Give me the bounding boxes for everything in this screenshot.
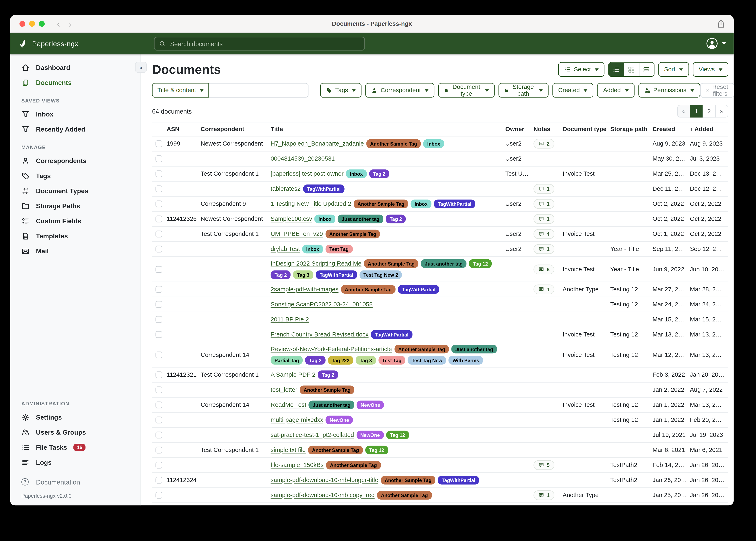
tag-chip[interactable]: Another Sample Tag [377, 491, 432, 500]
sidebar-item-inbox[interactable]: Inbox [10, 107, 140, 122]
filter-document-type-button[interactable]: Document type [438, 83, 495, 98]
document-link[interactable]: 1 Testing New Title Updated 2 [271, 201, 351, 208]
row-checkbox[interactable] [156, 492, 162, 499]
column-header-title[interactable]: Title [271, 126, 505, 133]
tag-chip[interactable]: Another Sample Tag [341, 285, 396, 293]
column-header-created[interactable]: Created [652, 126, 690, 133]
row-checkbox[interactable] [156, 186, 162, 192]
search-input[interactable] [169, 40, 360, 48]
document-link[interactable]: 0004814539_20230531 [271, 156, 335, 162]
row-checkbox[interactable] [156, 301, 162, 308]
notes-badge[interactable]: 1 [534, 199, 555, 209]
row-checkbox[interactable] [156, 316, 162, 323]
sidebar-item-users-groups[interactable]: Users & Groups [10, 425, 140, 440]
sidebar-item-templates[interactable]: Templates [10, 229, 140, 244]
row-checkbox[interactable] [156, 156, 162, 162]
tag-chip[interactable]: Test Tag [325, 245, 352, 254]
row-checkbox[interactable] [156, 201, 162, 208]
notes-badge[interactable]: 4 [534, 229, 555, 239]
tag-chip[interactable]: Just another tag [338, 215, 383, 223]
row-checkbox[interactable] [156, 331, 162, 338]
sidebar-collapse-button[interactable]: « [135, 62, 147, 73]
tag-chip[interactable]: Another Sample Tag [308, 446, 363, 454]
tag-chip[interactable]: NewOne [326, 416, 353, 424]
filter-storage-path-button[interactable]: Storage path [498, 83, 548, 98]
close-window-button[interactable] [19, 21, 25, 27]
column-header-asn[interactable]: ASN [167, 126, 201, 133]
tag-chip[interactable]: Tag 2 [271, 270, 291, 279]
tag-chip[interactable]: Tag 3 [293, 270, 313, 279]
row-checkbox[interactable] [156, 266, 162, 272]
zoom-window-button[interactable] [39, 21, 45, 27]
tag-chip[interactable]: Tag 12 [365, 446, 388, 454]
tag-chip[interactable]: Another Sample Tag [394, 345, 449, 353]
column-header-owner[interactable]: Owner [505, 126, 534, 133]
tag-chip[interactable]: Inbox [302, 245, 323, 254]
sidebar-item-settings[interactable]: Settings [10, 410, 140, 425]
tag-chip[interactable]: Tag 12 [386, 431, 409, 439]
tag-chip[interactable]: Another Sample Tag [325, 230, 380, 238]
sidebar-item-mail[interactable]: Mail [10, 244, 140, 259]
user-menu[interactable] [706, 37, 726, 50]
row-checkbox[interactable] [156, 231, 162, 238]
pagination-page-1[interactable]: 1 [690, 105, 703, 118]
document-link[interactable]: sample-pdf-download-10-mb-longer-title [271, 477, 378, 483]
tag-chip[interactable]: NewOne [357, 401, 384, 409]
document-link[interactable]: sat-practice-test-1_pt2-collated [271, 431, 354, 438]
pagination-page-2[interactable]: 2 [703, 105, 716, 118]
document-link[interactable]: Sample100.csv [271, 216, 312, 223]
column-header-added[interactable]: ↑Added [690, 126, 728, 133]
tag-chip[interactable]: Tag 222 [328, 356, 353, 364]
notes-badge[interactable]: 1 [534, 214, 555, 224]
notes-badge[interactable]: 1 [534, 284, 555, 294]
tag-chip[interactable]: NewOne [357, 431, 384, 439]
card-view-button[interactable] [639, 63, 654, 76]
row-checkbox[interactable] [156, 216, 162, 223]
tag-chip[interactable]: Tag 2 [318, 370, 338, 379]
filter-added-button[interactable]: Added [597, 83, 634, 98]
sidebar-item-storage-paths[interactable]: Storage Paths [10, 199, 140, 214]
tag-chip[interactable]: Just another tag [309, 401, 354, 409]
filter-created-button[interactable]: Created [552, 83, 593, 98]
tag-chip[interactable]: Another Sample Tag [326, 461, 381, 469]
sidebar-item-dashboard[interactable]: Dashboard [10, 60, 140, 75]
row-checkbox[interactable] [156, 171, 162, 177]
brand[interactable]: Paperless-ngx [10, 39, 78, 48]
grid-view-button[interactable] [624, 63, 639, 76]
document-link[interactable]: A Sample PDF 2 [271, 371, 316, 378]
tag-chip[interactable]: Tag 2 [386, 215, 406, 223]
sidebar-item-documentation[interactable]: ?Documentation [10, 475, 140, 490]
document-link[interactable]: test_letter [271, 386, 297, 393]
tag-chip[interactable]: Just another tag [421, 259, 467, 268]
tag-chip[interactable]: Inbox [315, 215, 335, 223]
row-checkbox[interactable] [156, 371, 162, 378]
pagination-prev-button[interactable]: « [677, 105, 691, 118]
document-link[interactable]: Sonstige ScanPC2022 03-24_081058 [271, 301, 373, 308]
row-checkbox[interactable] [156, 416, 162, 423]
sidebar-item-file-tasks[interactable]: File Tasks16 [10, 440, 140, 455]
notes-badge[interactable]: 5 [534, 460, 555, 470]
document-link[interactable]: French Country Bread Revised.docx [271, 331, 369, 338]
document-link[interactable]: file-sample_150kBs [271, 462, 324, 468]
tag-chip[interactable]: Another Sample Tag [366, 139, 421, 148]
filter-tags-button[interactable]: Tags [320, 83, 362, 98]
select-button[interactable]: Select [558, 62, 604, 77]
tag-chip[interactable]: Inbox [346, 170, 367, 178]
document-link[interactable]: UM_PPBE_en_v29 [271, 231, 323, 238]
tag-chip[interactable]: Another Sample Tag [381, 476, 435, 484]
document-link[interactable]: sample-pdf-download-10-mb copy_red [271, 492, 375, 499]
sidebar-item-document-types[interactable]: Document Types [10, 184, 140, 199]
document-link[interactable]: 2sample-pdf-with-images [271, 286, 339, 293]
document-link[interactable]: 2011 BP Pie 2 [271, 316, 309, 323]
title-content-input[interactable] [209, 83, 309, 98]
tag-chip[interactable]: TagWithPartial [438, 476, 479, 484]
tag-chip[interactable]: With Perms [449, 356, 483, 364]
document-link[interactable]: simple txt file [271, 447, 306, 453]
tag-chip[interactable]: Just another tag [451, 345, 497, 353]
title-content-dropdown[interactable]: Title & content [152, 83, 209, 98]
views-button[interactable]: Views [693, 62, 728, 77]
notes-badge[interactable]: 1 [534, 244, 555, 254]
row-checkbox[interactable] [156, 477, 162, 483]
document-link[interactable]: ReadMe Test [271, 401, 306, 408]
tag-chip[interactable]: TagWithPartial [434, 200, 475, 208]
